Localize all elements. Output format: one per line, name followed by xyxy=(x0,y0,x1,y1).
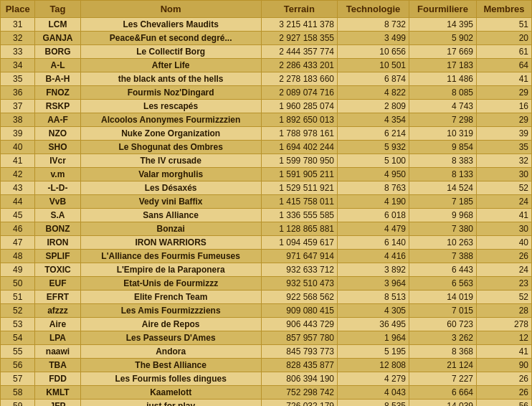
header-place: Place xyxy=(1,1,35,18)
table-row: 53AireAire de Repos906 443 72936 49560 7… xyxy=(1,318,532,331)
table-row: 35B-A-Hthe black ants of the hells2 278 … xyxy=(1,72,532,86)
table-row: 33BORGLe Collectif Borg2 444 357 77410 6… xyxy=(1,45,532,59)
table-row: 51EFRTElite French Team922 568 5628 5131… xyxy=(1,291,532,304)
table-row: 57FDDLes Fourmis folles dingues806 394 1… xyxy=(1,372,532,386)
table-row: 56TBAThe Best Alliance828 435 87712 8082… xyxy=(1,359,532,372)
table-row: 31LCMLes Chevaliers Maudits3 215 411 378… xyxy=(1,18,532,32)
header-terrain: Terrain xyxy=(261,1,337,18)
table-row: 50EUFEtat-Unis de Fourmizzz932 510 4733 … xyxy=(1,277,532,291)
table-row: 39NZONuke Zone Organization1 788 978 161… xyxy=(1,127,532,141)
header-nom: Nom xyxy=(80,1,261,18)
header-membres: Membres xyxy=(476,1,531,18)
table-header-row: Place Tag Nom Terrain Technologie Fourmi… xyxy=(1,1,532,18)
table-row: 37RSKPLes rescapés1 960 285 0742 8094 74… xyxy=(1,100,532,113)
table-row: 46BONZBonzai1 128 865 8814 4797 38030 xyxy=(1,222,532,236)
header-fourmiliere: Fourmiliere xyxy=(409,1,476,18)
table-row: 34A-LAfter Life2 286 433 20110 50117 183… xyxy=(1,59,532,72)
table-row: 32GANJAPeace&Fun et second degré...2 927… xyxy=(1,32,532,45)
table-row: 49TOXICL'Empire de la Paraponera932 633 … xyxy=(1,263,532,277)
table-row: 42v.mValar morghulis1 591 905 2114 9508 … xyxy=(1,168,532,181)
table-row: 55naawiAndora845 793 7735 1958 36841 xyxy=(1,345,532,359)
table-row: 36FNOZFourmis Noz'Dingard2 089 074 7164 … xyxy=(1,86,532,100)
table-row: 47IRONIRON WARRIORS1 094 459 6176 14010 … xyxy=(1,236,532,250)
table-row: 43-L-D-Les Désaxés1 529 511 9218 76314 5… xyxy=(1,181,532,195)
table-row: 59JFPjust for play726 032 1798 53514 039… xyxy=(1,400,532,407)
table-row: 48SPLIFL'Alliance des Fourmis Fumeuses97… xyxy=(1,250,532,263)
table-row: 54LPALes Passeurs D'Ames857 957 7801 964… xyxy=(1,331,532,345)
table-row: 44VvBVedy vini Baffix1 415 758 0114 1907… xyxy=(1,195,532,209)
table-row: 40SHOLe Shogunat des Ombres1 694 402 244… xyxy=(1,141,532,154)
table-row: 58KMLTKaamelott752 298 7424 0436 66426 xyxy=(1,386,532,400)
table-row: 45S.ASans Alliance1 336 555 5856 0189 96… xyxy=(1,209,532,222)
rankings-table: Place Tag Nom Terrain Technologie Fourmi… xyxy=(0,0,532,406)
header-tag: Tag xyxy=(35,1,80,18)
header-technologie: Technologie xyxy=(338,1,409,18)
table-row: 52afzzzLes Amis Fourmizzziens909 080 415… xyxy=(1,304,532,318)
table-row: 38AA-FAlcoolos Anonymes Fourmizzzien1 89… xyxy=(1,113,532,127)
table-row: 41IVcrThe IV crusade1 599 780 9505 1008 … xyxy=(1,154,532,168)
